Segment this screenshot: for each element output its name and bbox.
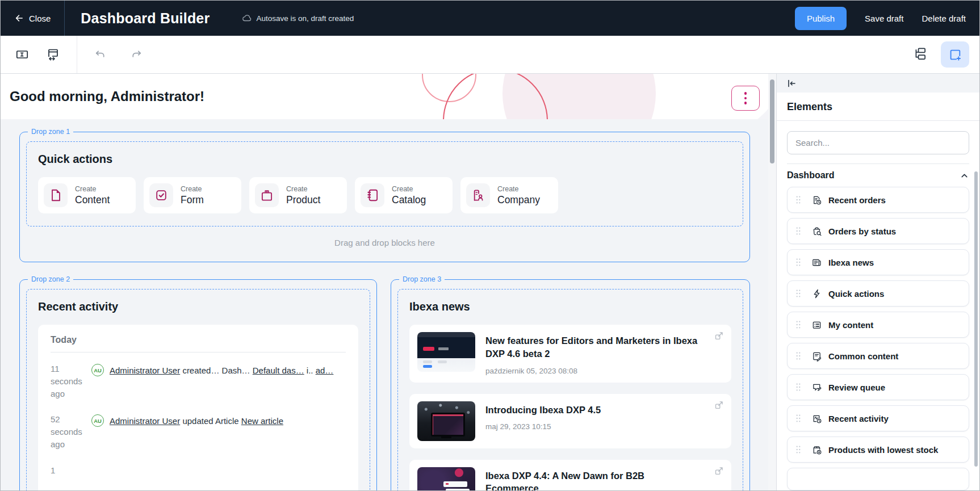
element-card[interactable]: Ibexa news — [787, 249, 969, 275]
drag-handle-icon[interactable] — [795, 383, 801, 392]
activity-time: 1 — [51, 464, 86, 477]
element-card[interactable]: Common content — [787, 343, 969, 369]
save-draft-button[interactable]: Save draft — [865, 14, 903, 23]
block-title: Quick actions — [38, 153, 731, 166]
undo-icon — [94, 48, 107, 61]
lightning-icon — [811, 288, 822, 299]
activity-group-title: Today — [51, 335, 346, 345]
drag-handle-icon[interactable] — [795, 351, 801, 360]
redo-button[interactable] — [125, 43, 148, 66]
sidebar-scrollbar-thumb[interactable] — [974, 171, 978, 467]
order-history-icon — [811, 195, 822, 205]
quick-action-card[interactable]: Create Product — [249, 177, 347, 213]
topbar-actions: Publish Save draft Delete draft — [795, 7, 966, 30]
drag-handle-icon[interactable] — [795, 320, 801, 329]
product-icon — [259, 188, 274, 203]
drag-drop-hint: Drag and drop blocks here — [20, 238, 749, 247]
content-link[interactable]: Default das… — [253, 366, 304, 375]
quick-action-kicker: Create — [497, 185, 540, 193]
delete-draft-button[interactable]: Delete draft — [922, 14, 966, 23]
block-title: Ibexa news — [409, 300, 731, 313]
drag-handle-icon[interactable] — [795, 445, 801, 454]
dashboard-section-header[interactable]: Dashboard — [777, 164, 979, 186]
cloud-icon — [241, 13, 252, 23]
element-card[interactable]: Review queue — [787, 374, 969, 400]
external-link-icon[interactable] — [714, 466, 724, 476]
ibexa-news-block[interactable]: Ibexa news New features for Editors and … — [397, 289, 743, 490]
quick-action-name: Company — [497, 194, 540, 206]
window-resize-button[interactable] — [41, 43, 64, 66]
quick-action-name: Content — [75, 194, 110, 206]
kebab-dot — [744, 92, 747, 95]
element-card[interactable]: Orders by status — [787, 218, 969, 244]
drag-handle-icon[interactable] — [795, 289, 801, 298]
activity-card: Today 11 seconds ago AU — [38, 325, 358, 490]
quick-action-name: Product — [286, 194, 320, 206]
news-card[interactable]: Ibexa DXP 4.4: A New Dawn for B2B Ecomme… — [409, 460, 731, 490]
quick-action-card[interactable]: Create Form — [144, 177, 241, 213]
external-link-icon[interactable] — [714, 331, 724, 341]
add-block-button[interactable] — [941, 41, 969, 68]
collapse-sidebar-button[interactable] — [786, 78, 797, 89]
drop-zone-1: Drop zone 1 Quick actions — [19, 132, 750, 262]
dashboard-options-button[interactable] — [731, 86, 760, 111]
content-link[interactable]: ad… — [316, 366, 334, 375]
news-title: New features for Editors and Marketers i… — [485, 334, 700, 360]
element-card[interactable]: My content — [787, 312, 969, 338]
element-card[interactable]: Products with lowest stock — [787, 437, 969, 463]
news-thumbnail — [417, 467, 475, 490]
external-link-icon[interactable] — [714, 400, 724, 410]
view-tools-group — [909, 41, 969, 68]
search-input[interactable] — [787, 131, 969, 154]
close-label: Close — [29, 14, 51, 23]
canvas-area: Good morning, Administrator! Drop zone 1… — [1, 74, 768, 490]
sidebar-title: Elements — [787, 101, 969, 113]
drop-zone-3: Drop zone 3 Ibexa news — [391, 279, 750, 490]
redo-icon — [130, 48, 143, 61]
element-card-partial[interactable] — [787, 468, 969, 490]
quick-action-iconbox — [361, 183, 384, 207]
structure-view-button[interactable] — [909, 43, 932, 66]
quick-action-card[interactable]: Create Company — [460, 177, 558, 213]
undo-button[interactable] — [89, 43, 111, 66]
recent-activity-block[interactable]: Recent activity Today 11 seconds ago — [26, 289, 370, 490]
drop-zone-label: Drop zone 3 — [399, 275, 445, 284]
news-card[interactable]: New features for Editors and Marketers i… — [409, 325, 731, 383]
element-card[interactable]: Recent activity — [787, 405, 969, 431]
dashboard-header: Good morning, Administrator! — [1, 74, 768, 119]
field-tool-button[interactable] — [11, 43, 33, 66]
autosave-status: Autosave is on, draft created — [241, 13, 354, 23]
arrow-left-icon — [14, 14, 23, 23]
news-list: New features for Editors and Marketers i… — [409, 325, 731, 490]
element-card[interactable]: Quick actions — [787, 280, 969, 307]
builder-toolbar — [1, 36, 979, 74]
user-link[interactable]: Administrator User — [110, 416, 180, 426]
low-stock-icon — [811, 444, 822, 455]
drag-handle-icon[interactable] — [795, 226, 801, 236]
quick-action-kicker: Create — [75, 185, 110, 193]
close-button[interactable]: Close — [14, 14, 51, 23]
quick-action-card[interactable]: Create Content — [38, 177, 136, 213]
quick-action-iconbox — [255, 183, 279, 207]
main-scrollbar-thumb[interactable] — [770, 79, 774, 163]
news-thumbnail — [417, 401, 475, 441]
quick-action-kicker: Create — [392, 185, 426, 193]
news-date: maj 29, 2023 10:15 — [485, 422, 601, 431]
quick-action-kicker: Create — [181, 185, 204, 193]
quick-action-card[interactable]: Create Catalog — [355, 177, 453, 213]
quick-actions-block[interactable]: Quick actions Create — [26, 141, 743, 226]
quick-action-name: Form — [181, 194, 204, 206]
activity-text: Administrator User updated Article New a… — [110, 413, 346, 450]
quick-actions-row: Create Content — [38, 177, 731, 213]
content-link[interactable]: New article — [241, 416, 283, 426]
dashboard-builder-app: Close Dashboard Builder Autosave is on, … — [0, 0, 980, 491]
news-card[interactable]: Introducing Ibexa DXP 4.5 maj 29, 2023 1… — [409, 394, 731, 448]
catalog-icon — [365, 188, 380, 203]
drag-handle-icon[interactable] — [795, 258, 801, 267]
element-card[interactable]: Recent orders — [787, 187, 969, 213]
publish-button[interactable]: Publish — [795, 7, 847, 30]
user-link[interactable]: Administrator User — [110, 366, 180, 375]
sidebar-header: Elements — [777, 93, 979, 121]
drag-handle-icon[interactable] — [795, 195, 801, 204]
drag-handle-icon[interactable] — [795, 414, 801, 423]
